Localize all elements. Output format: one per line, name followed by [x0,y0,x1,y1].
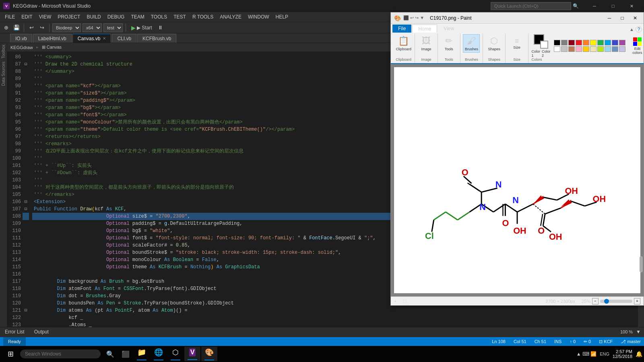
taskbar-paint[interactable]: 🎨 [201,347,217,361]
paint-canvas-area[interactable]: O N N N O O OH OH OH [391,64,644,296]
menu-analyze[interactable]: ANALYZE [217,13,245,21]
menu-test[interactable]: TEST [170,13,189,21]
data-sources-label[interactable]: Data Sources [1,62,6,86]
palette-lavender[interactable] [619,46,625,52]
palette-lightgray[interactable] [561,46,568,52]
palette-darkred[interactable] [568,40,575,45]
menu-file[interactable]: FILE [2,13,18,21]
platform-select[interactable]: x64 [83,23,102,32]
paint-tab-view[interactable]: View [438,25,460,33]
menu-team[interactable]: TEAM [128,13,147,21]
ribbon-tools-btn[interactable]: ✏ Tools [440,34,457,53]
paint-minimize[interactable]: ─ [604,13,615,23]
paint-tab-file[interactable]: File [392,25,411,33]
start-button[interactable]: ⊞ [2,347,19,361]
palette-red[interactable] [576,40,582,45]
close-button[interactable]: ✕ [622,0,641,12]
palette-purple[interactable] [619,40,625,45]
palette-orange[interactable] [583,40,589,45]
status-arrows: ↑ 0 [570,339,576,344]
palette-gold[interactable] [583,46,589,52]
taskbar-chrome[interactable]: 🌐 [151,347,167,361]
task-view-button[interactable]: ⬛ [118,347,133,361]
menu-rtools[interactable]: R TOOLS [189,13,217,21]
palette-cornflower[interactable] [612,46,618,52]
palette-white[interactable] [554,46,560,52]
breadcrumb-project[interactable]: KEGGdraw [10,45,33,50]
ribbon-clipboard-btn[interactable]: 📋 Clipboard [395,34,412,53]
paint-dimensions: 2700 × 2300px [546,299,575,304]
palette-lightcyan[interactable] [605,46,611,52]
undo-button[interactable]: ↩ [27,23,36,32]
sys-tray-icons: ▲ ⌨ 📶 [576,351,597,357]
maximize-button[interactable]: □ [604,0,622,12]
menu-tools[interactable]: TOOLS [148,13,170,21]
taskbar-search[interactable] [20,350,101,358]
paint-zoom-in[interactable]: + [634,298,640,304]
palette-green[interactable] [597,40,604,45]
taskbar-vs-code[interactable]: ⬡ [167,347,184,361]
menu-build[interactable]: BUILD [83,13,104,21]
paint-zoom-slider[interactable] [600,300,632,303]
palette-darkblue[interactable] [612,40,618,45]
new-button[interactable]: ⊕ [2,23,10,32]
toolbox-label[interactable]: Toolbox [1,45,6,58]
ribbon-collapse-button[interactable]: ▲ [630,27,634,32]
menu-view[interactable]: VIEW [36,13,55,21]
language-indicator[interactable]: ENG [600,352,609,356]
menu-debug[interactable]: DEBUG [104,13,128,21]
paint-selection-icon: ⬚ [403,298,407,304]
redo-button[interactable]: ↪ [37,23,46,32]
edit-colors-btn[interactable]: Editcolors [629,37,644,55]
ribbon-shapes-btn[interactable]: ⬡ Shapes [486,34,503,53]
paint-quick-access: ⬛ ↩ ↪ ▼ [403,15,424,21]
menu-help[interactable]: HELP [272,13,291,21]
tab-labelhtml[interactable]: LabelHtml.vb [33,34,72,43]
menu-window[interactable]: WINDOW [245,13,272,21]
notification-button[interactable]: 🔔 [636,351,642,357]
paint-canvas[interactable]: O N N N O O OH OH OH [394,67,640,293]
tab-cli[interactable]: CLI.vb [112,34,136,43]
taskbar-vs[interactable]: V [184,347,200,361]
palette-brown[interactable] [568,46,575,52]
zoom-down-button[interactable]: ▼ [636,329,641,335]
tab-canvas[interactable]: Canvas.vb ✕ [72,34,111,43]
ribbon-image-btn[interactable]: 🖼 Image [418,34,435,53]
taskbar-icon-search[interactable]: 🔍 [103,347,118,361]
minimize-button[interactable]: ─ [585,0,604,12]
paint-maximize[interactable]: □ [617,13,627,23]
tab-error-list[interactable]: Error List [3,328,26,335]
tab-io[interactable]: IO.vb [10,34,32,43]
palette-cyan[interactable] [605,40,611,45]
target-select[interactable]: test [103,23,123,32]
config-select[interactable]: Biodeep [52,23,81,32]
ribbon-size-btn[interactable]: ≡ Size [508,34,525,53]
ribbon-brushes-btn[interactable]: 🖌 Brushes [463,34,480,53]
menu-project[interactable]: PROJECT [54,13,83,21]
palette-black[interactable] [554,40,560,45]
palette-pink[interactable] [576,46,582,52]
menu-edit[interactable]: EDIT [18,13,35,21]
color2-swatch[interactable] [540,41,548,49]
ribbon-colors-section: Color1 Color2 [528,33,642,63]
tab-kcfbrush[interactable]: KCFBrush.vb [137,34,176,43]
svg-text:N: N [512,195,519,205]
canvas-scrollbar[interactable] [640,256,643,272]
taskbar-explorer[interactable]: 📁 [134,347,150,361]
palette-gray[interactable] [561,40,568,45]
paint-close[interactable]: ✕ [630,13,640,23]
clock[interactable]: 2:57 PM 12/5/2018 [613,349,632,359]
paint-tab-home[interactable]: Home [412,25,437,33]
palette-lime[interactable] [597,46,604,52]
palette-cream[interactable] [590,46,597,52]
start-button[interactable]: ▶ ▶ Start [129,24,155,32]
paint-zoom-out[interactable]: − [592,298,599,304]
breadcrumb-item[interactable]: ⊞ Canvas [42,45,62,50]
canvas-tab-close[interactable]: ✕ [103,36,106,41]
save-button[interactable]: 💾 [12,23,21,32]
quick-launch-input[interactable] [491,2,571,10]
paint-help-button[interactable]: ? [636,26,642,33]
pause-button[interactable]: ⏸ [156,23,165,32]
tab-output[interactable]: Output [33,328,50,335]
palette-yellow[interactable] [590,40,597,45]
